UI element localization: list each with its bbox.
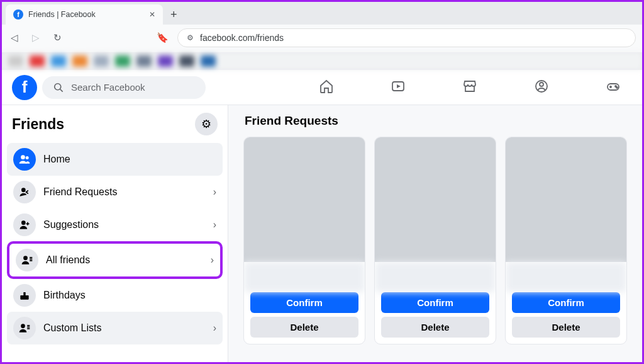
url-field[interactable]: ⚙ facebook.com/friends <box>177 28 636 47</box>
nav-watch[interactable] <box>384 74 412 101</box>
sidebar-item-label: Custom Lists <box>43 322 101 334</box>
fb-body: Friends ⚙ Home Friend Requests › <box>2 105 642 363</box>
fb-header: f Search Facebook <box>2 70 642 105</box>
confirm-button[interactable]: Confirm <box>381 292 489 313</box>
url-text: facebook.com/friends <box>200 33 284 43</box>
sidebar-item-label: Suggestions <box>43 219 99 230</box>
svg-point-14 <box>23 256 28 260</box>
new-tab-button[interactable]: + <box>167 8 181 21</box>
svg-point-4 <box>540 82 543 86</box>
svg-rect-15 <box>20 295 28 300</box>
delete-button[interactable]: Delete <box>250 317 358 338</box>
tab-strip: f Friends | Facebook ✕ + <box>2 2 642 25</box>
confirm-button[interactable]: Confirm <box>250 292 358 313</box>
reload-button[interactable]: ↻ <box>51 32 64 43</box>
friend-request-card: Confirm Delete <box>374 137 496 344</box>
browser-tab[interactable]: f Friends | Facebook ✕ <box>6 4 163 25</box>
profile-name-blurred <box>244 262 365 292</box>
svg-point-0 <box>55 83 61 89</box>
settings-button[interactable]: ⚙ <box>195 113 218 135</box>
profile-photo[interactable] <box>506 137 626 262</box>
nav-marketplace[interactable] <box>456 74 484 101</box>
site-settings-icon[interactable]: ⚙ <box>187 33 194 42</box>
sidebar-item-all-friends[interactable]: All friends › <box>7 241 223 279</box>
profile-name-blurred <box>506 262 626 292</box>
main-content: Friend Requests Confirm Delete Confirm D… <box>228 105 642 363</box>
nav-home[interactable] <box>313 74 340 101</box>
address-bar-row: ◁ ▷ ↻ 🔖 ⚙ facebook.com/friends <box>2 25 642 52</box>
bookmarks-bar <box>2 52 642 70</box>
chevron-right-icon: › <box>213 186 216 198</box>
sidebar-item-friend-requests[interactable]: Friend Requests › <box>7 176 223 208</box>
forward-button[interactable]: ▷ <box>30 32 42 43</box>
svg-line-1 <box>60 89 63 91</box>
sidebar-item-home[interactable]: Home <box>7 143 223 176</box>
svg-point-13 <box>21 220 26 225</box>
profile-photo[interactable] <box>375 137 496 262</box>
chevron-right-icon: › <box>213 322 216 334</box>
friend-request-card: Confirm Delete <box>243 137 365 344</box>
sidebar-title: Friends <box>12 116 64 133</box>
facebook-logo[interactable]: f <box>12 75 37 100</box>
all-friends-icon <box>16 249 38 271</box>
watch-icon <box>391 79 406 94</box>
friend-request-icon <box>13 181 36 203</box>
facebook-app: f Search Facebook Friends <box>2 70 642 363</box>
search-icon <box>52 81 65 94</box>
svg-point-10 <box>21 155 25 159</box>
section-title: Friend Requests <box>245 114 627 128</box>
search-input[interactable]: Search Facebook <box>42 76 206 99</box>
svg-point-12 <box>21 188 26 192</box>
svg-rect-16 <box>23 292 25 295</box>
svg-point-17 <box>21 324 25 328</box>
sidebar-item-label: Birthdays <box>43 290 86 301</box>
home-icon <box>319 79 334 94</box>
delete-button[interactable]: Delete <box>381 317 489 338</box>
suggestions-icon <box>13 213 36 236</box>
confirm-button[interactable]: Confirm <box>512 292 620 313</box>
svg-point-9 <box>616 87 618 88</box>
browser-chrome: f Friends | Facebook ✕ + ◁ ▷ ↻ 🔖 ⚙ faceb… <box>2 2 642 70</box>
sidebar-header: Friends ⚙ <box>7 113 223 143</box>
close-tab-icon[interactable]: ✕ <box>149 10 155 19</box>
svg-point-11 <box>26 156 29 159</box>
sidebar-item-birthdays[interactable]: Birthdays <box>7 279 223 312</box>
sidebar-item-suggestions[interactable]: Suggestions › <box>7 208 223 241</box>
sidebar-item-label: Home <box>43 154 70 165</box>
search-placeholder: Search Facebook <box>71 82 145 93</box>
friend-request-cards: Confirm Delete Confirm Delete <box>243 137 627 344</box>
sidebar: Friends ⚙ Home Friend Requests › <box>2 105 228 363</box>
birthdays-icon <box>13 284 36 307</box>
gaming-icon <box>606 79 621 94</box>
nav-gaming[interactable] <box>599 74 627 101</box>
facebook-favicon: f <box>13 9 23 20</box>
sidebar-item-custom-lists[interactable]: Custom Lists › <box>7 312 223 344</box>
sidebar-item-label: Friend Requests <box>43 186 117 198</box>
friend-request-card: Confirm Delete <box>505 137 627 344</box>
friends-home-icon <box>13 148 36 171</box>
profile-photo[interactable] <box>244 137 365 262</box>
chevron-right-icon: › <box>213 219 216 230</box>
bookmark-icon[interactable]: 🔖 <box>157 32 169 43</box>
top-nav <box>313 74 627 101</box>
sidebar-item-label: All friends <box>46 254 90 266</box>
back-button[interactable]: ◁ <box>8 32 21 43</box>
custom-lists-icon <box>13 317 36 339</box>
tab-title: Friends | Facebook <box>28 10 96 19</box>
marketplace-icon <box>462 79 477 94</box>
gear-icon: ⚙ <box>201 117 211 131</box>
profile-name-blurred <box>375 262 496 292</box>
delete-button[interactable]: Delete <box>512 317 620 338</box>
groups-icon <box>534 79 549 94</box>
nav-groups[interactable] <box>528 74 555 101</box>
chevron-right-icon: › <box>211 254 214 266</box>
